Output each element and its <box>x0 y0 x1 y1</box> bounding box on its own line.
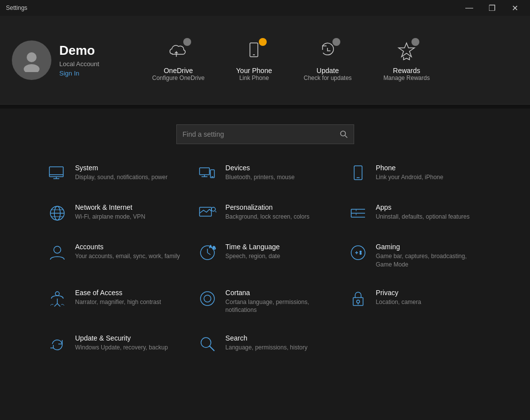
phone-text: Phone Link your Android, iPhone <box>376 164 444 182</box>
time-desc: Speech, region, date <box>225 252 280 261</box>
user-info: Demo Local Account Sign In <box>12 40 121 80</box>
phone-icon <box>348 164 368 184</box>
close-button[interactable]: ✕ <box>503 0 526 16</box>
phone-badge <box>259 38 267 46</box>
phone-header-label: Your Phone <box>236 67 272 75</box>
setting-system[interactable]: System Display, sound, notifications, po… <box>40 154 190 193</box>
cortana-text: Cortana Cortana language, permissions, n… <box>225 289 332 315</box>
setting-devices[interactable]: Devices Bluetooth, printers, mouse <box>190 154 340 193</box>
phone-desc: Link your Android, iPhone <box>376 173 444 182</box>
onedrive-action[interactable]: OneDrive Configure OneDrive <box>136 33 220 87</box>
setting-time[interactable]: A あ Time & Language Speech, region, date <box>190 233 340 279</box>
privacy-text: Privacy Location, camera <box>376 289 421 306</box>
svg-point-42 <box>360 253 361 255</box>
setting-privacy[interactable]: Privacy Location, camera <box>340 279 490 325</box>
apps-icon <box>348 203 368 223</box>
rewards-action[interactable]: Rewards Manage Rewards <box>367 33 446 87</box>
svg-rect-11 <box>200 168 209 175</box>
svg-text:A: A <box>209 245 212 248</box>
apps-title: Apps <box>376 203 470 211</box>
window-controls: — ❐ ✕ <box>458 0 526 16</box>
setting-search[interactable]: Search Language, permissions, history <box>190 324 340 364</box>
header-actions: OneDrive Configure OneDrive Your Phone L… <box>136 33 518 87</box>
setting-phone[interactable]: Phone Link your Android, iPhone <box>340 154 490 193</box>
update-action[interactable]: Update Check for updates <box>288 33 367 87</box>
system-text: System Display, sound, notifications, po… <box>75 164 167 182</box>
search-button[interactable] <box>340 130 348 138</box>
update-badge <box>332 38 340 46</box>
network-text: Network & Internet Wi-Fi, airplane mode,… <box>75 203 145 221</box>
gaming-icon <box>348 243 368 263</box>
personalization-title: Personalization <box>225 203 309 211</box>
accounts-text: Accounts Your accounts, email, sync, wor… <box>75 243 180 261</box>
personalization-text: Personalization Background, lock screen,… <box>225 203 309 221</box>
user-details: Demo Local Account Sign In <box>59 43 99 77</box>
ease-text: Ease of Access Narrator, magnifier, high… <box>75 289 161 306</box>
time-text: Time & Language Speech, region, date <box>225 243 280 261</box>
rewards-badge <box>411 38 419 46</box>
accounts-title: Accounts <box>75 243 180 251</box>
privacy-desc: Location, camera <box>376 298 421 306</box>
accounts-desc: Your accounts, email, sync, work, family <box>75 252 180 261</box>
user-name: Demo <box>59 43 99 58</box>
user-account: Local Account <box>59 60 99 68</box>
svg-line-25 <box>215 211 216 212</box>
setting-personalization[interactable]: Personalization Background, lock screen,… <box>190 193 340 233</box>
rewards-sublabel: Manage Rewards <box>383 75 430 81</box>
system-desc: Display, sound, notifications, power <box>75 173 167 182</box>
your-phone-action[interactable]: Your Phone Link Phone <box>220 33 288 87</box>
minimize-button[interactable]: — <box>458 0 481 16</box>
svg-point-5 <box>340 131 345 136</box>
svg-line-6 <box>345 136 347 138</box>
svg-point-1 <box>24 64 40 72</box>
ease-icon <box>47 289 67 308</box>
avatar <box>12 40 51 80</box>
cortana-icon <box>198 289 217 308</box>
system-icon <box>47 164 67 184</box>
search-box <box>176 124 354 144</box>
gaming-text: Gaming Game bar, captures, broadcasting,… <box>376 243 483 269</box>
setting-network[interactable]: Network & Internet Wi-Fi, airplane mode,… <box>40 193 190 233</box>
sign-in-link[interactable]: Sign In <box>59 70 99 77</box>
setting-accounts[interactable]: Accounts Your accounts, email, sync, wor… <box>40 233 190 279</box>
onedrive-badge <box>183 38 191 46</box>
update-security-text: Update & Security Windows Update, recove… <box>75 334 168 352</box>
network-icon <box>47 203 67 223</box>
header: Demo Local Account Sign In OneDrive Conf… <box>0 16 530 105</box>
gaming-title: Gaming <box>376 243 483 251</box>
update-security-title: Update & Security <box>75 334 168 342</box>
personalization-desc: Background, lock screen, colors <box>225 213 309 221</box>
privacy-title: Privacy <box>376 289 421 297</box>
svg-point-0 <box>27 52 37 62</box>
update-label: Update <box>317 67 339 75</box>
rewards-label: Rewards <box>393 67 420 75</box>
cortana-title: Cortana <box>225 289 332 297</box>
svg-point-47 <box>201 292 214 305</box>
search-setting-icon <box>198 334 217 354</box>
update-icon-wrapper <box>316 39 339 63</box>
search-input[interactable] <box>183 130 340 138</box>
setting-ease[interactable]: Ease of Access Narrator, magnifier, high… <box>40 279 190 325</box>
section-separator <box>0 105 530 109</box>
svg-point-41 <box>360 251 361 253</box>
svg-point-50 <box>357 300 360 303</box>
phone-header-icon-wrapper <box>242 39 266 63</box>
personalization-icon <box>198 203 217 223</box>
svg-line-53 <box>209 346 214 351</box>
svg-point-32 <box>54 246 61 253</box>
search-setting-desc: Language, permissions, history <box>225 344 307 352</box>
devices-text: Devices Bluetooth, printers, mouse <box>225 164 294 182</box>
svg-marker-4 <box>399 43 414 57</box>
svg-point-48 <box>204 295 211 302</box>
svg-line-46 <box>57 304 60 306</box>
update-sublabel: Check for updates <box>304 75 352 81</box>
onedrive-icon-wrapper <box>166 39 190 63</box>
maximize-button[interactable]: ❐ <box>481 0 503 16</box>
accounts-icon <box>47 243 67 263</box>
settings-grid: System Display, sound, notifications, po… <box>0 154 530 364</box>
setting-gaming[interactable]: Gaming Game bar, captures, broadcasting,… <box>340 233 490 279</box>
devices-desc: Bluetooth, printers, mouse <box>225 173 294 182</box>
setting-cortana[interactable]: Cortana Cortana language, permissions, n… <box>190 279 340 325</box>
setting-apps[interactable]: Apps Uninstall, defaults, optional featu… <box>340 193 490 233</box>
setting-update-security[interactable]: Update & Security Windows Update, recove… <box>40 324 190 364</box>
